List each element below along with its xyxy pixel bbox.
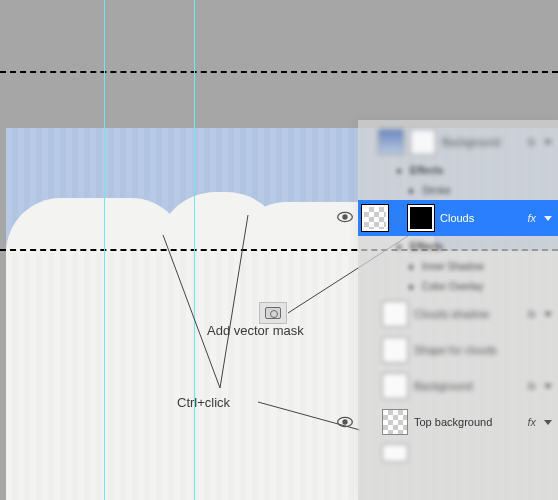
layer-name[interactable]: Clouds [440, 212, 521, 224]
effect-item[interactable]: ● Color Overlay [358, 276, 558, 296]
visibility-toggle[interactable] [360, 414, 376, 430]
layer-name: Clouds shadow [414, 308, 521, 320]
fx-label: fx [527, 308, 540, 320]
svg-point-7 [342, 419, 347, 424]
layer-row[interactable]: Clouds shadow fx [358, 296, 558, 332]
layer-row[interactable]: Background fx [358, 124, 558, 160]
layers-panel[interactable]: Background fx ● Effects ● Stroke ⬚ Cloud… [358, 120, 558, 500]
layer-thumbnail [382, 301, 408, 327]
layer-row-top-background[interactable]: Top background fx [358, 404, 558, 440]
add-vector-mask-button[interactable] [259, 302, 287, 324]
layer-name[interactable]: Top background [414, 416, 521, 428]
visibility-toggle[interactable] [360, 306, 376, 322]
annotation-add-vector-mask: Add vector mask [207, 323, 304, 338]
chevron-down-icon[interactable] [544, 384, 552, 389]
layer-row[interactable]: Shape for clouds [358, 332, 558, 368]
effects-label: Effects [410, 241, 443, 252]
layer-thumbnail[interactable] [382, 409, 408, 435]
layer-thumbnail [382, 444, 408, 462]
mask-thumbnail[interactable] [408, 205, 434, 231]
effects-header[interactable]: ● Effects [358, 236, 558, 256]
visibility-toggle[interactable] [360, 445, 376, 461]
fx-label[interactable]: fx [527, 212, 540, 224]
fx-label: fx [527, 380, 540, 392]
layer-thumbnail [382, 373, 408, 399]
fx-label: fx [527, 136, 540, 148]
chevron-down-icon[interactable] [544, 140, 552, 145]
chevron-down-icon[interactable] [544, 312, 552, 317]
vertical-guide [194, 0, 195, 500]
visibility-eye-icon[interactable] [336, 415, 354, 429]
vector-mask-icon [265, 307, 281, 319]
visibility-toggle[interactable] [360, 342, 376, 358]
effect-name: Stroke [422, 185, 451, 196]
effects-label: Effects [410, 165, 443, 176]
layer-name: Background [414, 380, 521, 392]
fx-label[interactable]: fx [527, 416, 540, 428]
effect-name: Inner Shadow [422, 261, 484, 272]
layer-thumbnail [382, 337, 408, 363]
vertical-guide [104, 0, 105, 500]
effect-item[interactable]: ● Stroke [358, 180, 558, 200]
chevron-down-icon[interactable] [544, 420, 552, 425]
layer-thumbnail[interactable] [362, 205, 388, 231]
visibility-toggle[interactable] [360, 378, 376, 394]
horizontal-guide [0, 71, 558, 73]
layer-row[interactable]: Background fx [358, 368, 558, 404]
chevron-down-icon[interactable] [544, 216, 552, 221]
effect-name: Color Overlay [422, 281, 483, 292]
effects-header[interactable]: ● Effects [358, 160, 558, 180]
layer-name: Background [442, 136, 521, 148]
annotation-ctrl-click: Ctrl+click [177, 395, 230, 410]
visibility-eye-icon[interactable] [336, 210, 354, 224]
effect-item[interactable]: ● Inner Shadow [358, 256, 558, 276]
layer-thumbnail [410, 129, 436, 155]
layer-name: Shape for clouds [414, 344, 552, 356]
link-icon[interactable]: ⬚ [394, 207, 402, 229]
layer-row-clouds[interactable]: ⬚ Clouds fx [358, 200, 558, 236]
layer-thumbnail [378, 129, 404, 155]
layer-row[interactable] [358, 440, 558, 466]
svg-point-5 [342, 214, 347, 219]
